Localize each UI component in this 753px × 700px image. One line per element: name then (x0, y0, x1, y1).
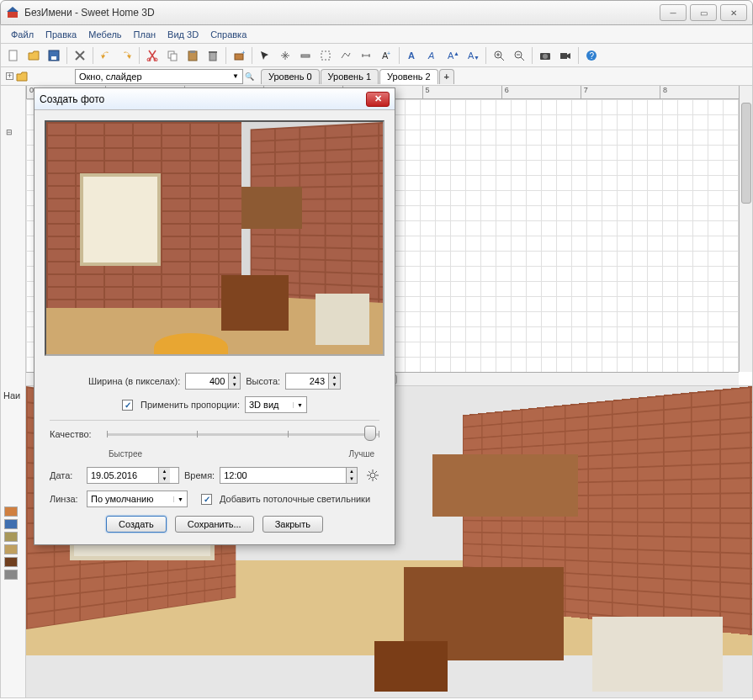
spinner-up-icon[interactable]: ▲ (347, 468, 357, 475)
video-icon[interactable] (556, 46, 575, 65)
furniture-thumb[interactable] (4, 519, 18, 529)
spinner-down-icon[interactable]: ▼ (229, 381, 240, 389)
time-label: Время: (184, 470, 215, 480)
text-larger-icon[interactable]: A▲ (443, 46, 462, 65)
svg-rect-8 (171, 54, 177, 61)
quality-best-label: Лучше (349, 449, 374, 459)
search-icon[interactable]: 🔍 (245, 72, 254, 81)
text-bold-icon[interactable]: A (403, 46, 422, 65)
save-icon[interactable] (45, 46, 63, 65)
pan-icon[interactable] (276, 46, 294, 65)
lens-combo[interactable]: По умолчанию▼ (87, 491, 188, 507)
create-walls-icon[interactable] (296, 46, 315, 65)
height-spinner[interactable]: ▲▼ (285, 373, 341, 390)
delete-icon[interactable] (204, 46, 222, 65)
select-icon[interactable] (256, 46, 274, 65)
spinner-up-icon[interactable]: ▲ (229, 374, 240, 381)
cut-icon[interactable] (143, 46, 162, 65)
svg-rect-11 (209, 52, 216, 61)
menu-help[interactable]: Справка (205, 28, 252, 41)
proportions-combo[interactable]: 3D вид▼ (245, 396, 307, 413)
close-button[interactable]: ✕ (720, 4, 747, 21)
preferences-icon[interactable] (71, 46, 89, 65)
svg-text:?: ? (590, 51, 595, 61)
dialog-close-button[interactable]: ✕ (366, 92, 390, 107)
create-button[interactable]: Создать (106, 516, 167, 533)
furniture-icons-strip (4, 506, 18, 580)
spinner-down-icon[interactable]: ▼ (347, 475, 357, 483)
dialog-titlebar[interactable]: Создать фото ✕ (34, 88, 395, 110)
furniture-thumb[interactable] (4, 506, 18, 517)
width-spinner[interactable]: ▲▼ (185, 373, 241, 390)
camera-icon[interactable] (536, 46, 554, 65)
furniture-thumb[interactable] (4, 570, 18, 580)
menu-file[interactable]: Файл (6, 28, 39, 41)
chevron-down-icon: ▼ (232, 72, 239, 80)
create-dimension-icon[interactable] (357, 46, 375, 65)
text-smaller-icon[interactable]: A▼ (464, 46, 482, 65)
menu-plan[interactable]: План (129, 28, 162, 41)
svg-rect-0 (8, 11, 18, 18)
chevron-down-icon: ▼ (173, 496, 183, 502)
spinner-down-icon[interactable]: ▼ (159, 475, 170, 483)
ceiling-label[interactable]: Добавить потолочные светильники (220, 494, 370, 504)
menu-3dview[interactable]: Вид 3D (162, 28, 204, 41)
quality-slider[interactable] (107, 426, 379, 443)
add-furniture-icon[interactable]: + (230, 46, 248, 65)
tree-expand-icon[interactable]: + (6, 72, 13, 80)
text-italic-icon[interactable]: A (423, 46, 442, 65)
3d-chair (374, 641, 447, 691)
add-level-button[interactable]: + (439, 69, 454, 84)
copy-icon[interactable] (163, 46, 182, 65)
ceiling-lights-checkbox[interactable]: ✓ (201, 494, 212, 505)
create-room-icon[interactable] (316, 46, 335, 65)
spinner-up-icon[interactable]: ▲ (159, 468, 170, 475)
undo-icon[interactable] (97, 46, 115, 65)
minimize-button[interactable]: ─ (660, 4, 687, 21)
level-tab-0[interactable]: Уровень 0 (261, 69, 320, 84)
level-tab-1[interactable]: Уровень 1 (321, 69, 379, 84)
width-label: Ширина (в пикселах): (88, 376, 180, 386)
time-input[interactable] (220, 468, 346, 483)
proportions-checkbox[interactable]: ✓ (122, 400, 133, 411)
proportions-label[interactable]: Применить пропорции: (141, 400, 240, 410)
paste-icon[interactable] (183, 46, 202, 65)
maximize-button[interactable]: ▭ (690, 4, 717, 21)
furniture-thumb[interactable] (4, 532, 18, 542)
date-input[interactable] (87, 468, 158, 483)
svg-text:+: + (241, 50, 245, 56)
furniture-thumb[interactable] (4, 544, 18, 554)
create-text-icon[interactable]: A+ (377, 46, 395, 65)
level-tab-2[interactable]: Уровень 2 (379, 69, 438, 84)
new-file-icon[interactable] (4, 46, 23, 65)
redo-icon[interactable] (117, 46, 135, 65)
furniture-category-combo[interactable]: Окно, слайдер ▼ (75, 69, 243, 84)
level-tabs: Уровень 0 Уровень 1 Уровень 2 + (261, 69, 455, 84)
slider-thumb[interactable] (364, 426, 376, 441)
time-spinner[interactable]: ▲▼ (220, 467, 358, 484)
sun-icon[interactable] (366, 469, 379, 482)
help-icon[interactable]: ? (582, 46, 601, 65)
zoom-in-icon[interactable] (490, 46, 508, 65)
date-spinner[interactable]: ▲▼ (87, 467, 179, 484)
furniture-thumb[interactable] (4, 557, 18, 567)
height-input[interactable] (286, 374, 328, 389)
quality-fast-label: Быстрее (109, 449, 142, 459)
create-polyline-icon[interactable] (337, 46, 355, 65)
save-button[interactable]: Сохранить... (175, 516, 254, 533)
svg-point-28 (543, 54, 548, 59)
menu-furniture[interactable]: Мебель (83, 28, 126, 41)
svg-rect-2 (9, 50, 17, 61)
chevron-down-icon: ▼ (293, 402, 303, 408)
width-input[interactable] (186, 374, 228, 389)
app-icon (6, 6, 19, 19)
tree-collapse-icon[interactable]: ⊟ (6, 128, 13, 136)
menu-edit[interactable]: Правка (40, 28, 82, 41)
zoom-out-icon[interactable] (510, 46, 528, 65)
open-icon[interactable] (24, 46, 43, 65)
close-dialog-button[interactable]: Закрыть (262, 516, 323, 533)
plan-scrollbar-v[interactable] (739, 86, 752, 372)
toolbar: + A+ A A A▲ A▼ ? (0, 44, 753, 67)
spinner-up-icon[interactable]: ▲ (329, 374, 340, 381)
spinner-down-icon[interactable]: ▼ (329, 381, 340, 389)
